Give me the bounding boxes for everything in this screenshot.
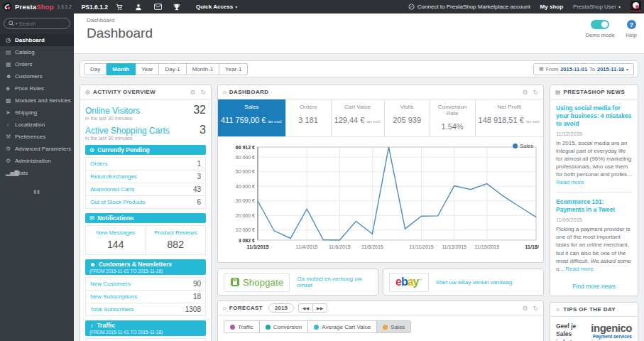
- shop-version: PS1.6.1.2: [82, 4, 108, 11]
- shopgate-link[interactable]: Ga mobiel en verhoog uw omzet: [297, 276, 372, 288]
- ingenico-logo: ingenico Payment services: [581, 323, 632, 339]
- user-avatar[interactable]: PrestaShop: [631, 1, 641, 13]
- messages-icon[interactable]: [150, 0, 165, 13]
- kpi-label[interactable]: Active Shopping Carts: [85, 126, 170, 136]
- forecast-legend-conversion[interactable]: Conversion: [260, 320, 308, 333]
- notification-cell[interactable]: Product Reviews882: [146, 226, 206, 254]
- currently-pending-header: ⊙Currently Pending: [85, 145, 206, 155]
- range-button-day-1[interactable]: Day-1: [159, 63, 186, 75]
- my-shop-link[interactable]: My shop: [540, 4, 563, 10]
- sidebar: ▾ ◷Dashboard▤Catalog▦Orders☻Customers◈Pr…: [0, 13, 74, 341]
- stat-visits[interactable]: Visits205 939: [385, 99, 430, 136]
- sidebar-item-catalog[interactable]: ▤Catalog: [0, 46, 74, 58]
- stat-conversion-rate[interactable]: Conversion Rate1.54%: [430, 99, 476, 136]
- prestashop-logo[interactable]: PrestaShop 1.6.1.2: [3, 2, 72, 11]
- find-more-news-link[interactable]: Find more news: [550, 276, 638, 296]
- panel-refresh-icon[interactable]: ↻: [200, 89, 206, 96]
- sidebar-item-label: Shipping: [15, 109, 37, 116]
- sidebar-item-advanced-parameters[interactable]: ⚙Advanced Parameters: [0, 143, 74, 155]
- panel-settings-gear-icon[interactable]: ⚙: [522, 305, 528, 312]
- row-label[interactable]: New Customers: [90, 281, 131, 287]
- sidebar-item-price-rules[interactable]: ◈Price Rules: [0, 82, 74, 94]
- range-button-year[interactable]: Year: [136, 63, 159, 75]
- panel-refresh-icon[interactable]: ↻: [533, 89, 538, 96]
- sidebar-item-administration[interactable]: ⚙Administration: [0, 155, 74, 167]
- kpi-subtext: in the last 30 minutes: [85, 136, 206, 141]
- cell-value: 882: [148, 239, 204, 250]
- range-button-month[interactable]: Month: [107, 63, 136, 75]
- chevron-down-icon: ▾: [618, 4, 621, 9]
- sidebar-item-stats[interactable]: ▂▅▇Stats: [0, 167, 74, 179]
- trophy-icon[interactable]: [169, 0, 185, 13]
- range-button-year-1[interactable]: Year-1: [219, 63, 248, 75]
- range-button-day[interactable]: Day: [84, 63, 107, 75]
- stat-sales[interactable]: Sales411 759,00 € tax excl.: [218, 99, 286, 136]
- help-icon[interactable]: ?: [627, 20, 636, 29]
- stat-net-profit[interactable]: Net Profit148 918,51 € tax excl.: [476, 99, 543, 136]
- article-title[interactable]: Ecommerce 101: Payments in a Tweet: [556, 198, 632, 214]
- sidebar-item-label: Advanced Parameters: [15, 146, 71, 152]
- sidebar-item-label: Administration: [15, 158, 51, 164]
- user-menu[interactable]: PrestaShop User▾: [573, 4, 621, 10]
- traffic-header: ♁Traffic (FROM 2015-11-01 TO 2015-11-18): [85, 320, 206, 336]
- demo-mode-toggle[interactable]: [591, 20, 609, 29]
- ebay-logo[interactable]: ebay™: [389, 273, 429, 292]
- marketplace-link[interactable]: Connect to PrestaShop Marketplace accoun…: [408, 4, 530, 10]
- employee-icon[interactable]: [131, 0, 146, 13]
- stat-value: 148 918,51 € tax excl.: [479, 116, 540, 124]
- read-more-link[interactable]: Read more: [565, 266, 594, 272]
- svg-text:40 000 €: 40 000 €: [236, 184, 255, 189]
- forecast-legend-sales[interactable]: Sales: [377, 320, 411, 333]
- store-icon: ⌂: [223, 89, 227, 95]
- date-range-picker[interactable]: ▦ From2015-11-01 To2015-11-18 ▾: [533, 63, 634, 75]
- row-value: 90: [193, 280, 201, 288]
- shopgate-logo[interactable]: Shopgate: [224, 273, 290, 292]
- sidebar-collapse-button[interactable]: ▮▮: [0, 189, 74, 195]
- sidebar-item-customers[interactable]: ☻Customers: [0, 70, 74, 82]
- kpi-label[interactable]: Online Visitors: [85, 106, 140, 116]
- panel-refresh-icon[interactable]: ↻: [533, 305, 538, 312]
- forecast-prev-button[interactable]: ◀◀: [298, 303, 312, 313]
- quick-access-menu[interactable]: Quick Access▾: [196, 4, 237, 10]
- article-title[interactable]: Using social media for your business: 4 …: [556, 104, 632, 128]
- svg-text:11/18/201: 11/18/201: [525, 244, 539, 249]
- stat-label: Conversion Rate: [433, 104, 472, 117]
- forecast-legend-traffic[interactable]: Traffic: [224, 320, 260, 333]
- news-article: Ecommerce 101: Payments in a Tweet11/05/…: [556, 192, 632, 272]
- search-box[interactable]: ▾: [4, 18, 70, 29]
- stat-label: Orders: [289, 104, 328, 110]
- panel-settings-gear-icon[interactable]: ⚙: [522, 89, 528, 96]
- ebay-link[interactable]: Start uw eBay-winkel vandaag: [436, 279, 513, 286]
- sidebar-item-modules-and-services[interactable]: ▩Modules and Services: [0, 94, 74, 107]
- sidebar-item-dashboard[interactable]: ◷Dashboard: [0, 34, 74, 46]
- list-row: Orders1: [86, 158, 205, 170]
- row-label[interactable]: Out of Stock Products: [90, 199, 146, 205]
- range-button-month-1[interactable]: Month-1: [187, 63, 219, 75]
- row-label[interactable]: Orders: [90, 161, 107, 167]
- forecast-legend-average-cart-value[interactable]: Average Cart Value: [308, 320, 377, 333]
- cart-icon[interactable]: [111, 0, 127, 13]
- row-label[interactable]: New Subscriptions: [90, 293, 137, 300]
- read-more-link[interactable]: Read more: [556, 179, 584, 185]
- notification-cell[interactable]: New Messages144: [86, 226, 146, 254]
- sidebar-item-shipping[interactable]: ➤Shipping: [0, 107, 74, 119]
- svg-text:66 912 €: 66 912 €: [236, 145, 255, 150]
- stat-suffix: tax excl.: [366, 119, 381, 124]
- forecast-year-pill[interactable]: 2015: [268, 303, 294, 313]
- stat-orders[interactable]: Orders3 181: [286, 99, 332, 136]
- panel-settings-gear-icon[interactable]: ⚙: [190, 89, 195, 96]
- kpi-value: 3: [200, 124, 206, 136]
- row-label[interactable]: Total Subscribers: [90, 306, 133, 313]
- cell-label: New Messages: [87, 229, 144, 236]
- sidebar-item-preferences[interactable]: ⚒Preferences: [0, 131, 74, 143]
- search-scope-caret[interactable]: ▾: [16, 21, 18, 26]
- legend-label: Traffic: [238, 324, 253, 330]
- sidebar-item-orders[interactable]: ▦Orders: [0, 58, 74, 70]
- row-label[interactable]: Abandoned Carts: [90, 186, 134, 193]
- sidebar-item-localization[interactable]: ♁Localization: [0, 119, 74, 131]
- customers-newsletters-header: ☻Customers & Newsletters (FROM 2015-11-0…: [85, 259, 206, 275]
- stat-cart-value[interactable]: Cart Value129,44 € tax excl.: [332, 99, 385, 136]
- forecast-next-button[interactable]: ▶▶: [312, 303, 327, 313]
- search-input[interactable]: [19, 21, 59, 27]
- row-label[interactable]: Return/Exchanges: [90, 173, 137, 180]
